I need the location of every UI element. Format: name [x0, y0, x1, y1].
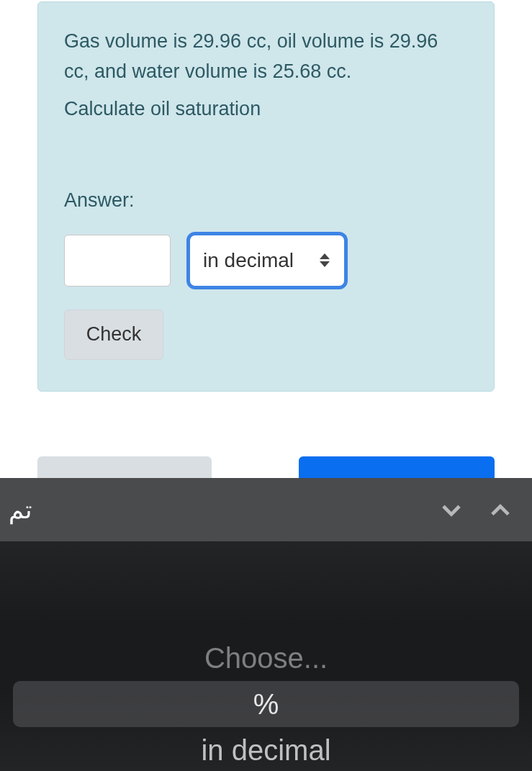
unit-select[interactable]: in decimal [186, 232, 348, 289]
finish-button[interactable]: F [299, 456, 495, 478]
previous-button[interactable]: P [37, 456, 212, 478]
question-line2: Calculate oil saturation [64, 94, 468, 125]
unit-select-label: in decimal [203, 249, 294, 272]
check-button[interactable]: Check [64, 310, 163, 360]
nav-row: P F [37, 456, 495, 478]
picker-pane[interactable]: Choose... % in decimal [0, 541, 532, 771]
question-text: Gas volume is 29.96 cc, oil volume is 29… [64, 27, 468, 125]
chevron-down-icon[interactable] [436, 494, 467, 526]
question-card: Gas volume is 29.96 cc, oil volume is 29… [37, 1, 495, 392]
question-line1: Gas volume is 29.96 cc, oil volume is 29… [64, 27, 468, 87]
done-button[interactable]: تم [9, 495, 32, 524]
answer-section: Answer: in decimal Check [64, 189, 468, 360]
answer-input-row: in decimal [64, 232, 468, 289]
answer-input[interactable] [64, 235, 171, 287]
picker-toolbar: تم [0, 478, 532, 541]
picker-option-placeholder[interactable]: Choose... [0, 635, 532, 681]
picker-option-decimal[interactable]: in decimal [0, 727, 532, 771]
updown-icon [318, 251, 331, 271]
toolbar-icons [436, 494, 516, 526]
picker-option-percent[interactable]: % [13, 681, 519, 727]
chevron-up-icon[interactable] [484, 494, 516, 526]
answer-label: Answer: [64, 189, 468, 212]
